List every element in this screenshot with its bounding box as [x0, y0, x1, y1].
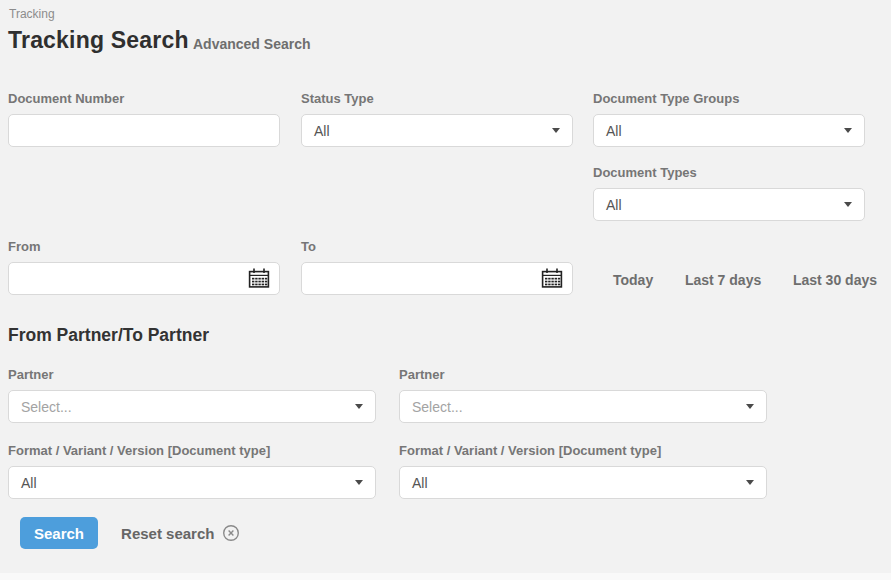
from-partner-placeholder: Select... [21, 399, 72, 415]
caret-down-icon [746, 480, 754, 485]
quick-link-last-7-days[interactable]: Last 7 days [685, 272, 761, 288]
quick-date-ranges: Today Last 7 days Last 30 days [593, 263, 877, 297]
status-type-value: All [314, 123, 330, 139]
to-format-label: Format / Variant / Version [Document typ… [399, 444, 767, 458]
caret-down-icon [355, 404, 363, 409]
from-format-label: Format / Variant / Version [Document typ… [8, 444, 376, 458]
caret-down-icon [552, 128, 560, 133]
document-types-group: Document Types All [593, 166, 865, 221]
document-number-group: Document Number [8, 92, 280, 147]
date-from-group: From [8, 240, 280, 295]
advanced-search-link[interactable]: Advanced Search [193, 36, 311, 52]
close-circle-icon[interactable] [222, 524, 240, 542]
from-format-value: All [21, 475, 37, 491]
reset-search-label: Reset search [121, 525, 214, 542]
to-format-group: Format / Variant / Version [Document typ… [399, 444, 767, 499]
document-types-label: Document Types [593, 166, 865, 180]
date-from-label: From [8, 240, 280, 254]
caret-down-icon [844, 128, 852, 133]
reset-search-link[interactable]: Reset search [121, 524, 240, 542]
calendar-icon[interactable] [247, 267, 271, 290]
date-to-group: To [301, 240, 573, 295]
from-format-select[interactable]: All [8, 466, 376, 499]
from-format-group: Format / Variant / Version [Document typ… [8, 444, 376, 499]
from-partner-group: Partner Select... [8, 368, 376, 423]
status-type-select[interactable]: All [301, 114, 573, 147]
document-types-select[interactable]: All [593, 188, 865, 221]
date-to-label: To [301, 240, 573, 254]
breadcrumb[interactable]: Tracking [9, 7, 55, 21]
caret-down-icon [355, 480, 363, 485]
to-partner-label: Partner [399, 368, 767, 382]
document-types-value: All [606, 197, 622, 213]
document-type-groups-label: Document Type Groups [593, 92, 865, 106]
tracking-search-page: Tracking Tracking Search Advanced Search… [0, 0, 891, 580]
to-partner-select[interactable]: Select... [399, 390, 767, 423]
to-partner-placeholder: Select... [412, 399, 463, 415]
caret-down-icon [844, 202, 852, 207]
date-from-input[interactable] [8, 262, 280, 295]
to-format-value: All [412, 475, 428, 491]
form-actions: Search Reset search [20, 517, 240, 549]
date-to-input[interactable] [301, 262, 573, 295]
document-type-groups-value: All [606, 123, 622, 139]
from-partner-label: Partner [8, 368, 376, 382]
document-type-groups-group: Document Type Groups All [593, 92, 865, 147]
caret-down-icon [746, 404, 754, 409]
document-number-input[interactable] [8, 114, 280, 147]
quick-link-last-30-days[interactable]: Last 30 days [793, 272, 877, 288]
search-button[interactable]: Search [20, 517, 98, 549]
document-type-groups-select[interactable]: All [593, 114, 865, 147]
document-number-label: Document Number [8, 92, 280, 106]
status-type-label: Status Type [301, 92, 573, 106]
from-partner-select[interactable]: Select... [8, 390, 376, 423]
status-type-group: Status Type All [301, 92, 573, 147]
to-format-select[interactable]: All [399, 466, 767, 499]
to-partner-group: Partner Select... [399, 368, 767, 423]
partner-section-title: From Partner/To Partner [8, 325, 209, 346]
bottom-strip [0, 573, 891, 580]
quick-link-today[interactable]: Today [613, 272, 653, 288]
page-title: Tracking Search [8, 27, 189, 54]
calendar-icon[interactable] [540, 267, 564, 290]
